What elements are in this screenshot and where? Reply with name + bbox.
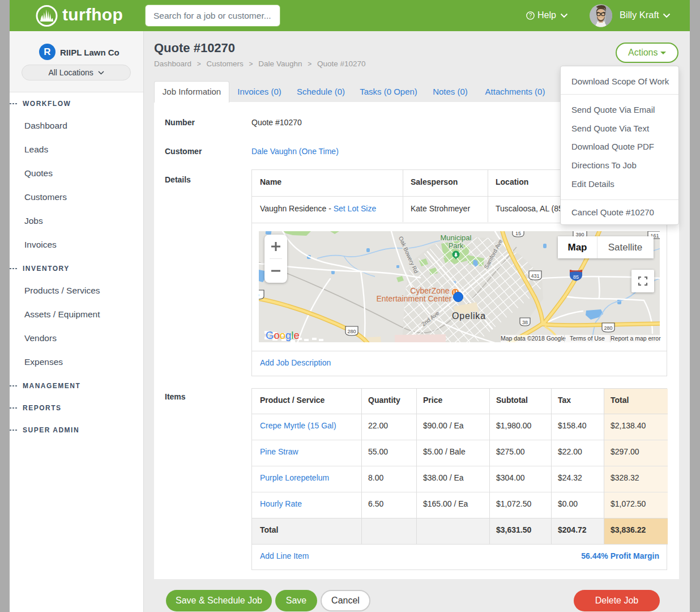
svg-text:431: 431 bbox=[531, 273, 539, 279]
svg-text:85: 85 bbox=[573, 274, 579, 280]
svg-text:Park: Park bbox=[449, 241, 464, 250]
svg-text:38: 38 bbox=[522, 320, 528, 325]
svg-text:280: 280 bbox=[604, 325, 612, 331]
svg-text:Google: Google bbox=[266, 329, 300, 341]
svg-text:Municipal: Municipal bbox=[441, 233, 472, 242]
svg-text:15: 15 bbox=[515, 231, 521, 236]
svg-text:Opelika: Opelika bbox=[452, 311, 486, 321]
svg-text:Entertainment Center: Entertainment Center bbox=[376, 294, 451, 303]
svg-text:280: 280 bbox=[347, 329, 356, 334]
svg-text:?: ? bbox=[529, 12, 532, 19]
svg-text:0: 0 bbox=[259, 292, 259, 298]
